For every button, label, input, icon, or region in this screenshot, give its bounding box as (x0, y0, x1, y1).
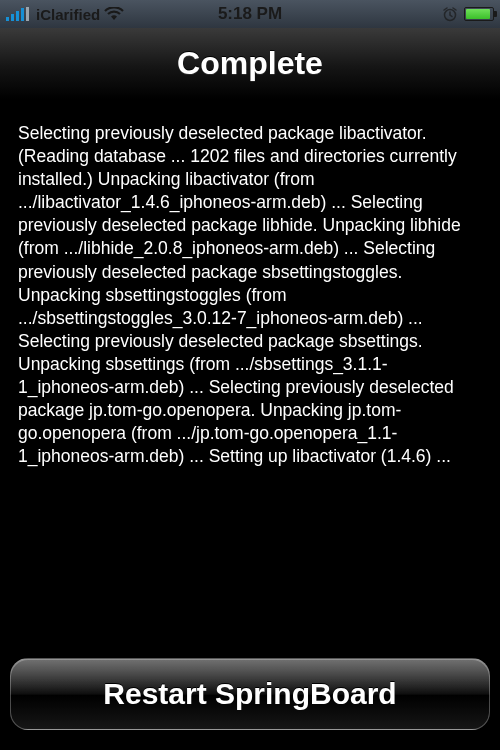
carrier-label: iClarified (36, 6, 100, 23)
restart-springboard-button[interactable]: Restart SpringBoard (10, 658, 490, 730)
wifi-icon (104, 7, 124, 21)
svg-rect-0 (6, 17, 9, 21)
svg-rect-4 (26, 7, 29, 21)
install-log: Selecting previously deselected package … (0, 100, 500, 650)
status-left: iClarified (6, 6, 124, 23)
svg-rect-1 (11, 14, 14, 21)
svg-rect-2 (16, 11, 19, 21)
status-time: 5:18 PM (218, 4, 282, 23)
status-right (442, 6, 494, 22)
alarm-icon (442, 6, 458, 22)
status-bar: iClarified 5:18 PM (0, 0, 500, 28)
footer: Restart SpringBoard (0, 650, 500, 744)
battery-fill (466, 9, 490, 19)
svg-rect-3 (21, 8, 24, 21)
signal-icon (6, 7, 32, 21)
page-title: Complete (177, 45, 323, 82)
header: Complete (0, 28, 500, 100)
battery-icon (464, 7, 494, 21)
